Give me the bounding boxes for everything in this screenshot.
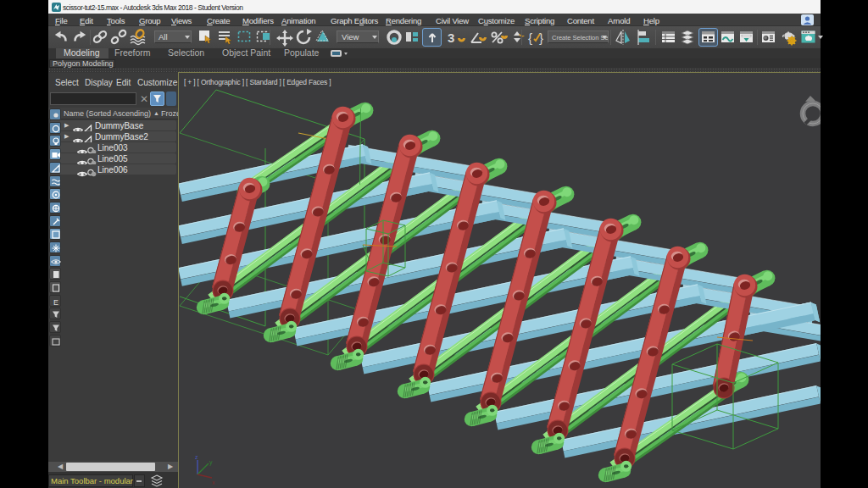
svg-text:x: x [212, 480, 215, 485]
svg-text:}: } [539, 30, 543, 45]
svg-text:[ + ] [ Orthographic ] [ Stand: [ + ] [ Orthographic ] [ Standard ] [ Ed… [184, 78, 331, 86]
svg-text:3: 3 [448, 30, 454, 45]
svg-text:E: E [53, 298, 58, 307]
svg-text:y: y [209, 459, 213, 466]
svg-text:{: { [528, 30, 532, 45]
svg-text:z: z [195, 454, 198, 460]
